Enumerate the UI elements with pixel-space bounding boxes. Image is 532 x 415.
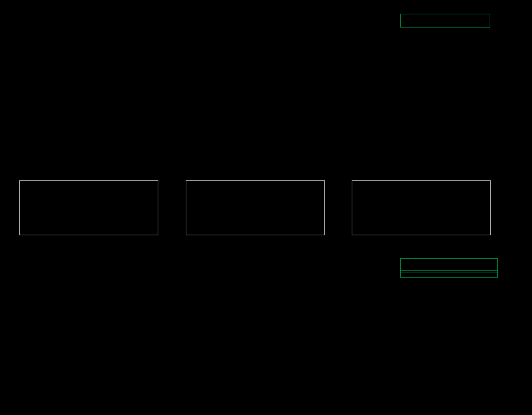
aip-output-title (401, 259, 497, 271)
ionogram-top-plot (0, 8, 398, 173)
thumbnail-eliminate-reflections (186, 180, 325, 239)
aip-output-table (400, 258, 498, 278)
thumbnail-original-ionogram-image (19, 180, 158, 235)
autoscala-output-table (400, 14, 490, 27)
thumbnail-evidence-f2-trace (352, 180, 491, 239)
thumbnail-evidence-f2-trace-image (352, 180, 491, 235)
thumbnail-original-ionogram (19, 180, 158, 239)
ionogram-bottom-plot (0, 250, 398, 415)
thumbnail-eliminate-reflections-image (186, 180, 325, 235)
aip-tec-rows (401, 273, 497, 275)
autoscala-screen (0, 0, 532, 415)
autoscala-output-title (401, 14, 490, 27)
